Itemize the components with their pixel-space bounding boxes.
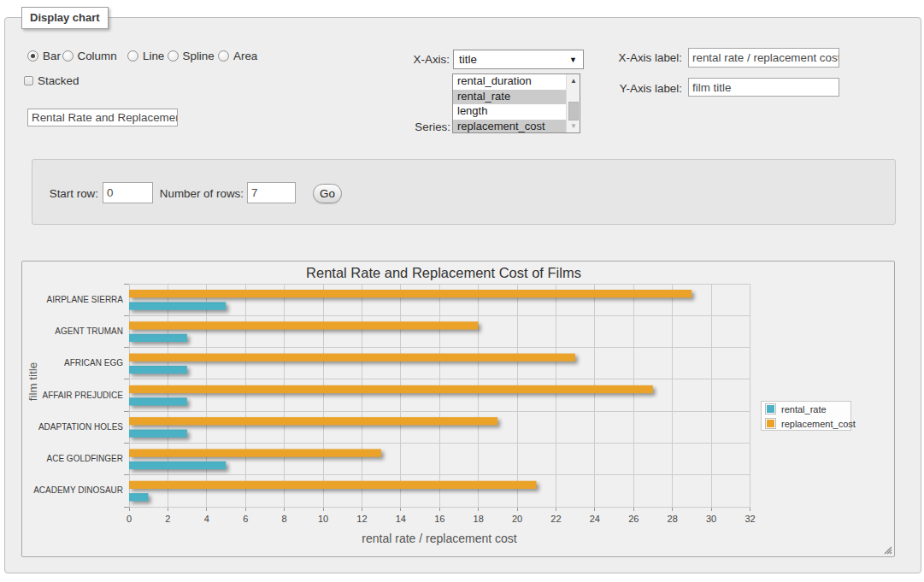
scrollbar-thumb[interactable] (568, 102, 579, 121)
panel-title: Display chart (21, 7, 109, 29)
x-axis-label-caption: X-Axis label: (599, 51, 682, 64)
chart-type-radio-spline[interactable]: Spline (168, 49, 215, 62)
chart-type-radio-line[interactable]: Line (127, 49, 164, 62)
category-label: AIRPLANE SIERRA (22, 295, 123, 304)
radio-icon[interactable] (218, 50, 229, 62)
chart-type-radio-column[interactable]: Column (62, 49, 117, 62)
chart-title: Rental Rate and Replacement Cost of Film… (22, 265, 865, 281)
radio-label: Bar (43, 50, 61, 62)
category-label: ACADEMY DINOSAUR (22, 485, 123, 495)
x-axis-select[interactable]: title ▼ (453, 50, 584, 69)
x-tick-label: 8 (268, 514, 302, 524)
bar-rental_rate-ace-goldfinger (129, 461, 226, 469)
series-options: rental_durationrental_ratelengthreplacem… (453, 74, 580, 133)
x-axis-selected-value: title (454, 53, 569, 66)
dropdown-arrow-icon: ▼ (569, 56, 583, 64)
x-tick-label: 12 (344, 514, 379, 524)
page: Display chart BarColumnLineSplineArea St… (0, 0, 924, 582)
scroll-up-icon[interactable]: ▲ (567, 74, 580, 87)
x-axis-select-label: X-Axis: (385, 53, 450, 66)
series-option-rental_duration[interactable]: rental_duration (453, 74, 580, 90)
x-tick-label: 4 (190, 514, 224, 524)
bar-rental_rate-agent-truman (129, 334, 187, 342)
x-tick-label: 28 (656, 514, 690, 524)
x-tick-label: 32 (733, 514, 768, 524)
bar-rental_rate-affair-prejudice (129, 397, 187, 405)
resize-handle-icon[interactable] (882, 544, 892, 555)
legend-item-rental_rate: rental_rate (762, 402, 850, 416)
series-option-rental_rate[interactable]: rental_rate (453, 90, 580, 105)
radio-label: Area (233, 50, 257, 62)
radio-icon[interactable] (127, 50, 138, 62)
bar-rental_rate-airplane-sierra (129, 302, 226, 309)
x-tick-label: 30 (694, 514, 728, 524)
chart-container: Rental Rate and Replacement Cost of Film… (21, 261, 895, 557)
bar-rental_rate-african-egg (129, 366, 187, 373)
x-tick-label: 10 (306, 514, 340, 524)
legend-swatch-icon (765, 403, 776, 414)
x-tick-label: 16 (422, 514, 456, 524)
radio-icon[interactable] (27, 50, 38, 62)
category-label: ACE GOLDFINGER (22, 454, 123, 463)
x-tick-label: 22 (539, 514, 573, 524)
bar-replacement_cost-agent-truman (129, 321, 478, 329)
chart-legend: rental_ratereplacement_cost (761, 401, 851, 431)
chart-title-input[interactable] (27, 109, 178, 126)
start-row-input[interactable] (103, 182, 153, 203)
radio-label: Column (78, 50, 117, 62)
bar-replacement_cost-african-egg (129, 354, 575, 362)
bar-replacement_cost-adaptation-holes (129, 417, 497, 425)
rows-panel: Start row: Number of rows: Go (32, 159, 896, 225)
x-tick-label: 6 (228, 514, 262, 524)
bar-rental_rate-adaptation-holes (129, 430, 187, 438)
x-axis-title: rental rate / replacement cost (311, 532, 568, 545)
scroll-down-icon[interactable]: ▼ (567, 120, 580, 132)
series-scrollbar[interactable]: ▲ ▼ (566, 74, 580, 132)
num-rows-input[interactable] (247, 182, 296, 203)
start-row-label: Start row: (36, 187, 98, 200)
bar-replacement_cost-academy-dinosaur (129, 481, 537, 489)
y-axis-label-caption: Y-Axis label: (599, 82, 682, 95)
y-axis-label-input[interactable] (688, 78, 839, 97)
chart-type-radio-area[interactable]: Area (218, 49, 257, 62)
x-tick-label: 20 (500, 514, 534, 524)
x-tick-label: 0 (112, 514, 146, 524)
legend-item-replacement_cost: replacement_cost (762, 416, 850, 431)
y-axis-title: film title (26, 331, 39, 433)
x-tick-label: 18 (462, 514, 496, 524)
legend-label: rental_rate (781, 404, 827, 414)
x-axis-label-input[interactable] (688, 48, 839, 68)
x-tick-label: 14 (384, 514, 418, 524)
bar-replacement_cost-ace-goldfinger (129, 449, 381, 456)
bar-replacement_cost-airplane-sierra (129, 290, 692, 297)
series-option-replacement_cost[interactable]: replacement_cost (453, 120, 580, 134)
legend-swatch-icon (765, 418, 776, 429)
series-select-label: Series: (385, 121, 450, 133)
x-tick-label: 24 (578, 514, 612, 524)
chart-type-radio-bar[interactable]: Bar (27, 49, 61, 62)
radio-label: Spline (183, 50, 215, 62)
x-tick-label: 2 (150, 514, 185, 524)
radio-icon[interactable] (62, 50, 74, 62)
stacked-checkbox-row[interactable]: Stacked (24, 74, 79, 86)
bar-rental_rate-academy-dinosaur (129, 493, 148, 501)
stacked-checkbox[interactable] (24, 76, 33, 85)
radio-label: Line (143, 50, 164, 62)
stacked-label: Stacked (38, 74, 79, 87)
go-button[interactable]: Go (313, 184, 342, 203)
bar-replacement_cost-affair-prejudice (129, 385, 653, 393)
display-chart-panel: Display chart BarColumnLineSplineArea St… (4, 17, 921, 573)
radio-icon[interactable] (168, 50, 179, 62)
legend-label: replacement_cost (781, 419, 856, 429)
num-rows-label: Number of rows: (157, 187, 244, 200)
series-multiselect[interactable]: rental_durationrental_ratelengthreplacem… (452, 73, 580, 133)
x-tick-label: 26 (616, 514, 650, 524)
series-option-length[interactable]: length (453, 104, 580, 120)
